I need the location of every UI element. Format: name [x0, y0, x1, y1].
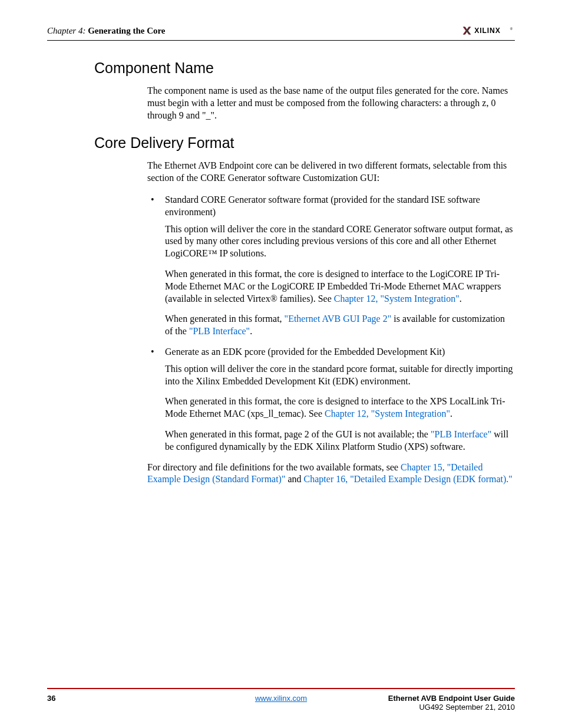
standard-format-description: This option will deliver the core in the…: [165, 223, 515, 260]
link-chapter-12-b[interactable]: Chapter 12, "System Integration": [325, 409, 450, 419]
link-avb-gui-page2[interactable]: "Ethernet AVB GUI Page 2": [285, 314, 392, 324]
xilinx-logo: XILINX ®: [462, 25, 515, 37]
link-chapter-12[interactable]: Chapter 12, "System Integration": [334, 294, 459, 304]
core-delivery-intro: The Ethernet AVB Endpoint core can be de…: [147, 160, 515, 185]
page-number: 36: [47, 694, 55, 711]
xilinx-logo-icon: XILINX ®: [462, 25, 515, 37]
svg-text:XILINX: XILINX: [474, 27, 500, 35]
edk-pcore-description: This option will deliver the core in the…: [165, 363, 515, 388]
section-component-name-title: Component Name: [94, 60, 515, 77]
component-name-description: The component name is used as the base n…: [147, 85, 515, 121]
page-footer: 36 www.xilinx.com Ethernet AVB Endpoint …: [47, 688, 515, 711]
bullet-edk-pcore: Generate as an EDK pcore (provided for t…: [165, 347, 445, 357]
standard-format-interface: When generated in this format, the core …: [165, 268, 515, 305]
footer-doc-title: Ethernet AVB Endpoint User Guide: [388, 694, 515, 703]
footer-doc-sub: UG492 September 21, 2010: [388, 703, 515, 711]
bullet-standard-format: Standard CORE Generator software format …: [165, 195, 480, 217]
edk-pcore-interface: When generated in this format, the core …: [165, 396, 515, 420]
format-list: Standard CORE Generator software format …: [147, 194, 515, 219]
svg-text:®: ®: [510, 27, 513, 31]
chapter-prefix: Chapter 4:: [47, 26, 85, 35]
chapter-label: Chapter 4: Generating the Core: [47, 26, 166, 36]
list-item: Generate as an EDK pcore (provided for t…: [147, 346, 515, 358]
closing-paragraph: For directory and file definitions for t…: [147, 462, 515, 486]
page-header: Chapter 4: Generating the Core XILINX ®: [47, 25, 515, 41]
link-chapter-16[interactable]: Chapter 16, "Detailed Example Design (ED…: [304, 474, 513, 484]
section-core-delivery-title: Core Delivery Format: [94, 134, 515, 151]
link-plb-interface-b[interactable]: "PLB Interface": [431, 429, 491, 439]
format-list-2: Generate as an EDK pcore (provided for t…: [147, 346, 515, 358]
edk-pcore-gui: When generated in this format, page 2 of…: [165, 429, 515, 453]
link-plb-interface[interactable]: "PLB Interface": [189, 326, 250, 336]
footer-url-link[interactable]: www.xilinx.com: [255, 694, 307, 703]
list-item: Standard CORE Generator software format …: [147, 194, 515, 219]
chapter-title: Generating the Core: [88, 26, 165, 35]
standard-format-gui: When generated in this format, "Ethernet…: [165, 313, 515, 338]
footer-doc-info: Ethernet AVB Endpoint User Guide UG492 S…: [388, 694, 515, 711]
